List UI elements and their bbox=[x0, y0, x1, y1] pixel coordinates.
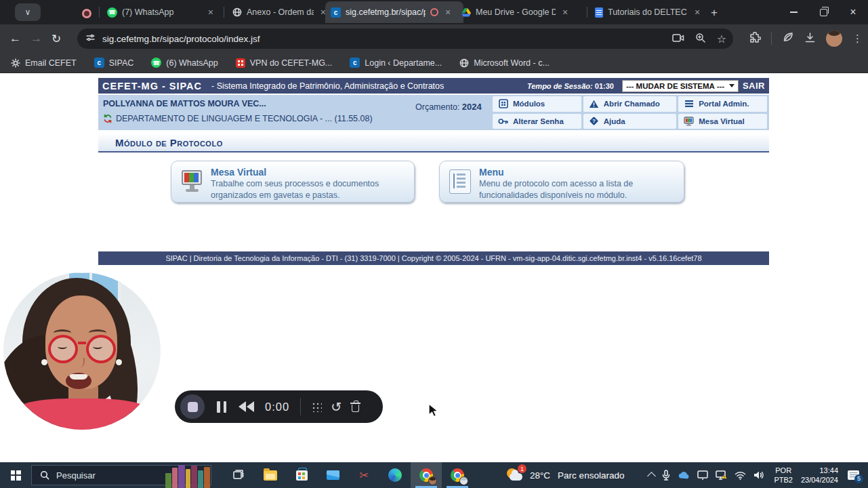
sipac-brand: CEFET-MG - SIPAC bbox=[102, 81, 202, 92]
open-ticket-button[interactable]: Abrir Chamado bbox=[583, 96, 676, 112]
cast-icon[interactable] bbox=[697, 470, 708, 480]
modules-button[interactable]: Módulos bbox=[493, 96, 581, 112]
system-select[interactable]: --- MUDAR DE SISTEMA --- bbox=[622, 80, 739, 92]
bookmark-word[interactable]: Microsoft Word - c... bbox=[459, 58, 550, 68]
weather-widget[interactable]: 1 28°C Parc ensolarado bbox=[506, 467, 624, 483]
help-button[interactable]: ? Ajuda bbox=[583, 114, 676, 129]
menu-kebab-icon[interactable]: ⋮ bbox=[852, 33, 863, 45]
tab-close-icon[interactable]: × bbox=[560, 7, 570, 18]
taskbar: Pesquisar ✂ bbox=[0, 462, 868, 488]
zoom-icon[interactable] bbox=[695, 33, 706, 45]
microsoft-store-button[interactable] bbox=[286, 462, 317, 488]
taskbar-apps: ✂ bbox=[224, 462, 473, 488]
chrome-button-profile-1[interactable] bbox=[411, 462, 442, 488]
tab-group-dot[interactable] bbox=[82, 9, 91, 18]
tab-close-icon[interactable]: × bbox=[443, 7, 453, 18]
profile-avatar[interactable] bbox=[826, 30, 842, 47]
tab-title: sig.cefetmg.br/sipac/p bbox=[346, 7, 426, 17]
search-icon bbox=[40, 470, 49, 480]
logout-button[interactable]: SAIR bbox=[743, 81, 765, 91]
extensions-icon[interactable] bbox=[749, 31, 761, 46]
tab-anexo[interactable]: Anexo - Ordem das sindic × bbox=[226, 1, 333, 23]
screen: ∨ ☎ (7) WhatsApp × Anexo - Ordem das sin… bbox=[0, 0, 868, 488]
key-icon bbox=[498, 116, 508, 126]
task-view-icon bbox=[233, 470, 245, 481]
snipping-tool-button[interactable]: ✂ bbox=[348, 462, 379, 488]
mesa-virtual-button[interactable]: Mesa Virtual bbox=[678, 114, 767, 129]
clock-time: 13:44 bbox=[801, 466, 838, 475]
file-explorer-button[interactable] bbox=[255, 462, 286, 488]
new-tab-button[interactable]: + bbox=[706, 5, 722, 21]
language-indicator[interactable]: POR PTB2 bbox=[774, 466, 793, 485]
tab-drive[interactable]: Meu Drive - Google Drive × bbox=[455, 1, 594, 23]
sipac-subtitle: - Sistema Integrado de Patrimônio, Admin… bbox=[211, 81, 444, 91]
extension-leaf-icon[interactable] bbox=[782, 31, 794, 46]
close-button[interactable]: × bbox=[838, 0, 868, 24]
module-title: Módulo de Protocolo bbox=[115, 137, 223, 148]
bookmark-star-icon[interactable]: ☆ bbox=[717, 33, 726, 45]
display-warning-icon[interactable] bbox=[716, 470, 727, 480]
menu-tree-icon bbox=[449, 169, 471, 194]
bookmark-email-cefet[interactable]: Email CEFET bbox=[11, 58, 77, 68]
camera-icon[interactable] bbox=[672, 33, 684, 45]
monitor-icon bbox=[684, 116, 694, 126]
tab-deltec[interactable]: Tutoriais do DELTEC - Doc × bbox=[590, 1, 714, 23]
tab-search-button[interactable]: ∨ bbox=[15, 3, 41, 21]
change-password-button[interactable]: Alterar Senha bbox=[493, 114, 581, 129]
sipac-favicon: c bbox=[331, 7, 341, 18]
glasses-icon bbox=[48, 335, 78, 363]
forward-icon[interactable]: → bbox=[30, 32, 42, 45]
drag-grid-icon[interactable] bbox=[311, 401, 322, 412]
task-view-button[interactable] bbox=[224, 462, 255, 488]
notification-center-button[interactable]: 5 bbox=[848, 470, 861, 481]
reload-icon[interactable]: ↻ bbox=[51, 32, 61, 46]
portal-admin-button[interactable]: Portal Admin. bbox=[678, 96, 767, 112]
microphone-icon[interactable] bbox=[662, 470, 670, 481]
chevron-up-icon[interactable] bbox=[648, 472, 657, 481]
chrome-button-profile-2[interactable] bbox=[442, 462, 473, 488]
wallpaper-books bbox=[165, 464, 210, 488]
user-name: POLLYANNA DE MATTOS MOURA VEC... bbox=[103, 99, 266, 108]
bookmark-login[interactable]: c Login ‹ Departame... bbox=[350, 58, 442, 68]
window-controls: × bbox=[779, 0, 868, 24]
mesa-virtual-card[interactable]: Mesa Virtual Trabalhe com seus processos… bbox=[171, 161, 415, 203]
profile-photo-badge bbox=[428, 476, 437, 485]
menu-card[interactable]: Menu Menu de protocolo com acesso a list… bbox=[439, 161, 684, 203]
start-button[interactable] bbox=[0, 462, 31, 488]
rewind-button[interactable] bbox=[239, 401, 254, 412]
wifi-icon[interactable] bbox=[735, 471, 746, 480]
profile-photo-badge bbox=[459, 476, 468, 485]
modules-grid-icon bbox=[498, 99, 508, 109]
delete-recording-button[interactable] bbox=[350, 401, 360, 413]
tab-close-icon[interactable]: × bbox=[206, 7, 215, 18]
session-label: Tempo de Sessão: bbox=[527, 82, 593, 90]
edge-button[interactable] bbox=[379, 462, 411, 488]
tab-close-icon[interactable]: × bbox=[693, 7, 702, 18]
notification-badge: 5 bbox=[854, 474, 863, 483]
webcam-overlay bbox=[3, 272, 161, 430]
tab-whatsapp[interactable]: ☎ (7) WhatsApp × bbox=[102, 1, 221, 23]
restart-recording-button[interactable]: ↺ bbox=[331, 401, 342, 413]
site-info-icon[interactable] bbox=[85, 33, 96, 45]
downloads-icon[interactable] bbox=[804, 32, 816, 46]
address-bar[interactable]: sig.cefetmg.br/sipac/protocolo/index.jsf… bbox=[77, 28, 733, 49]
card-description: Trabalhe com seus processos e documentos… bbox=[211, 178, 406, 201]
weather-temp: 28°C bbox=[530, 470, 550, 481]
clock[interactable]: 13:44 23/04/2024 bbox=[801, 466, 838, 485]
bookmark-whatsapp[interactable]: ☎ (6) WhatsApp bbox=[151, 58, 218, 68]
minimize-button[interactable] bbox=[779, 0, 808, 24]
pause-button[interactable] bbox=[217, 401, 226, 413]
stop-recording-button[interactable] bbox=[180, 394, 205, 419]
change-unit-icon[interactable] bbox=[103, 114, 112, 123]
bookmark-sipac[interactable]: c SIPAC bbox=[94, 58, 134, 68]
maximize-button[interactable] bbox=[808, 0, 838, 24]
bookmark-vpn[interactable]: VPN do CEFET-MG... bbox=[236, 58, 333, 68]
mail-button[interactable] bbox=[317, 462, 348, 488]
tab-sipac-active[interactable]: c sig.cefetmg.br/sipac/p × bbox=[325, 1, 463, 23]
sipac-header-bar: CEFET-MG - SIPAC - Sistema Integrado de … bbox=[98, 78, 769, 94]
weather-desc: Parc ensolarado bbox=[558, 470, 624, 481]
volume-icon[interactable] bbox=[753, 470, 764, 480]
onedrive-icon[interactable] bbox=[678, 471, 690, 479]
edge-icon bbox=[388, 468, 402, 482]
back-icon[interactable]: ← bbox=[9, 32, 21, 45]
